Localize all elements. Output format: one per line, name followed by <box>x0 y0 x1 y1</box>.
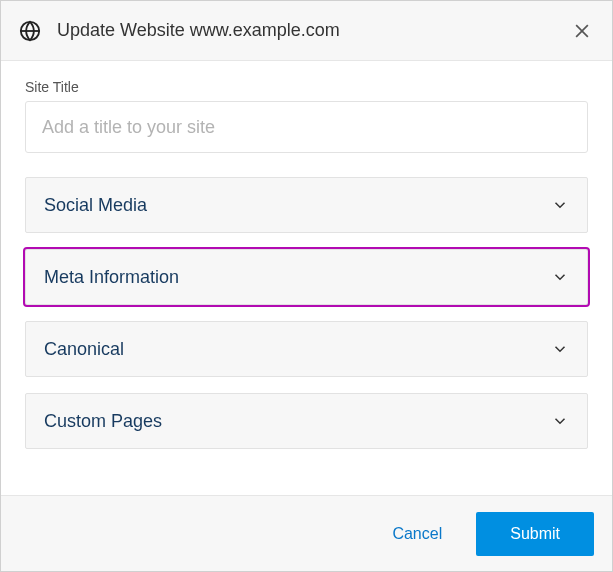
dialog-title: Update Website www.example.com <box>57 20 570 41</box>
dialog-header: Update Website www.example.com <box>1 1 612 61</box>
dialog-footer: Cancel Submit <box>1 495 612 571</box>
submit-button[interactable]: Submit <box>476 512 594 556</box>
collapsible-label: Canonical <box>44 339 551 360</box>
update-website-dialog: Update Website www.example.com Site Titl… <box>0 0 613 572</box>
collapsible-label: Meta Information <box>44 267 551 288</box>
chevron-down-icon <box>551 196 569 214</box>
chevron-down-icon <box>551 268 569 286</box>
site-title-input[interactable] <box>25 101 588 153</box>
chevron-down-icon <box>551 340 569 358</box>
globe-icon <box>19 20 41 42</box>
dialog-body: Site Title Social Media Meta Information… <box>1 61 612 495</box>
collapsible-label: Custom Pages <box>44 411 551 432</box>
chevron-down-icon <box>551 412 569 430</box>
collapsible-meta-information[interactable]: Meta Information <box>25 249 588 305</box>
site-title-label: Site Title <box>25 79 588 95</box>
collapsible-custom-pages[interactable]: Custom Pages <box>25 393 588 449</box>
collapsible-label: Social Media <box>44 195 551 216</box>
collapsible-social-media[interactable]: Social Media <box>25 177 588 233</box>
close-icon[interactable] <box>570 19 594 43</box>
collapsible-canonical[interactable]: Canonical <box>25 321 588 377</box>
cancel-button[interactable]: Cancel <box>370 515 464 553</box>
